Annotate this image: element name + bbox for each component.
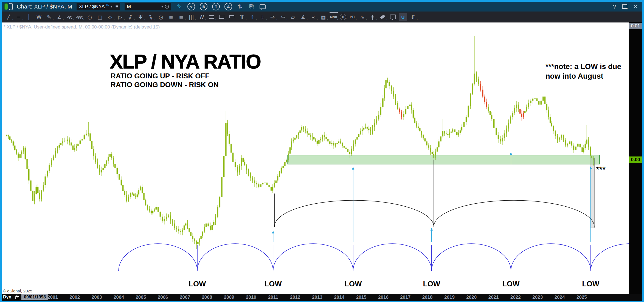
tool-double-ray-icon[interactable]: ≪ [65, 13, 74, 21]
tool-dropdown-icon[interactable]: ▾ [83, 18, 84, 20]
tool-text-tool-icon[interactable]: T [238, 13, 246, 21]
tool-dropdown-icon[interactable]: ▾ [386, 18, 387, 20]
transfer-symbols-icon[interactable]: ⇅ [237, 3, 243, 10]
tool-pitchfork-icon[interactable]: Ψ [136, 13, 145, 21]
tool-dropdown-icon[interactable]: ▾ [205, 18, 206, 20]
tool-arrow-right-marker-icon[interactable]: ⇨ [268, 13, 277, 21]
tool-trend-line-icon[interactable]: ╱ [4, 13, 13, 21]
support-zone[interactable] [288, 155, 600, 164]
text-tool-circled-icon[interactable]: T [212, 3, 220, 10]
tool-tj-study-icon[interactable]: TJ [340, 14, 346, 20]
tool-box-plain-icon[interactable] [228, 13, 236, 21]
annotation-circled-icon[interactable]: A [224, 3, 232, 10]
tool-gann-fan-icon[interactable]: ∡ [299, 13, 307, 21]
tool-left-ray-fan-icon[interactable]: « [309, 13, 317, 21]
start-date-field[interactable]: 09/01/1998 [21, 294, 48, 300]
tool-dropdown-icon[interactable]: ▾ [407, 18, 408, 20]
tool-box-top-line-icon[interactable] [207, 13, 216, 21]
tool-box-bottom-line-icon[interactable] [218, 13, 226, 21]
lock-icon[interactable] [15, 294, 19, 301]
clock-icon[interactable] [165, 4, 169, 9]
chart-plot-area[interactable]: LOWLOWLOWLOWLOWLOWXLP / NYA RATIORATIO G… [2, 22, 629, 294]
tool-parallel-channel-icon[interactable]: ∥ [145, 12, 156, 22]
tool-dropdown-icon[interactable]: ▾ [73, 18, 74, 20]
tool-fib-time-zones-icon[interactable]: ||| [187, 13, 195, 21]
duplicate-page-icon[interactable]: ⎘ [248, 3, 255, 10]
tool-dropdown-icon[interactable]: ▾ [417, 18, 418, 20]
tool-dropdown-icon[interactable]: ▾ [337, 18, 338, 21]
tool-dropdown-icon[interactable]: ▾ [22, 18, 23, 20]
tool-bar-edit-icon[interactable]: ⇵ [409, 13, 417, 21]
tool-zigzag-line-icon[interactable]: W [35, 13, 43, 21]
tool-dropdown-icon[interactable]: ▾ [93, 18, 94, 20]
tool-dropdown-icon[interactable]: ▾ [346, 17, 347, 19]
tool-fib-levels-icon[interactable]: ≡ [177, 13, 185, 21]
price-axis[interactable]: 0.01 0.00 [629, 22, 642, 294]
tool-dropdown-icon[interactable]: ▾ [356, 18, 357, 20]
tool-dropdown-icon[interactable]: ▾ [215, 18, 216, 20]
tool-dropdown-icon[interactable]: ▾ [327, 18, 328, 20]
tool-dropdown-icon[interactable]: ▾ [195, 18, 196, 20]
tool-arrow-left-marker-icon[interactable]: ⇦ [279, 13, 287, 21]
dyn-mode-label[interactable]: Dyn [3, 295, 11, 300]
tool-ellipse-icon[interactable]: ○ [86, 13, 94, 21]
tool-dropdown-icon[interactable]: ▾ [12, 18, 13, 20]
tool-horizontal-line-icon[interactable]: ─ [15, 13, 23, 21]
tool-pti-study-icon[interactable]: PTI [348, 13, 356, 21]
tool-concentric-circles-icon[interactable]: ◎ [157, 13, 165, 21]
tool-elliott-wave-icon[interactable]: ∿ [358, 13, 367, 21]
bar-style-circled-icon[interactable]: B [200, 3, 207, 10]
tool-dropdown-icon[interactable]: ▾ [53, 18, 54, 20]
tool-vertical-line-icon[interactable]: │ [25, 13, 33, 21]
tool-dropdown-icon[interactable]: ▾ [185, 18, 186, 20]
tool-dropdown-icon[interactable]: ▾ [306, 18, 308, 20]
tool-trend-label-icon[interactable]: N [197, 13, 206, 21]
close-button[interactable]: ✕ [633, 3, 638, 10]
tool-dropdown-icon[interactable]: ▾ [225, 18, 226, 20]
draw-pencil-icon[interactable]: ✎ [176, 3, 183, 10]
tool-dropdown-icon[interactable]: ▾ [144, 18, 145, 20]
tool-dropdown-icon[interactable]: ▾ [164, 18, 165, 20]
tool-dropdown-icon[interactable]: ▾ [103, 18, 105, 20]
tool-dropdown-icon[interactable]: ▾ [114, 18, 115, 20]
interval-select[interactable]: M ▾ [125, 3, 171, 10]
black-cycle-arcs[interactable] [274, 200, 594, 227]
tool-price-levels-icon[interactable]: ǂ [369, 13, 377, 21]
tool-dropdown-icon[interactable]: ▾ [32, 18, 33, 20]
tool-dropdown-icon[interactable]: ▾ [266, 18, 267, 20]
time-axis[interactable]: Dyn 09/01/1998 2001200220032004200520062… [2, 294, 642, 301]
chevron-down-icon[interactable]: ▾ [111, 5, 112, 8]
line-chart-circled-icon[interactable]: ∿ [187, 3, 195, 10]
tool-mob-study-icon[interactable]: MOB [330, 12, 338, 21]
tool-dropdown-icon[interactable]: ▾ [256, 18, 257, 20]
tool-dropdown-icon[interactable]: ▾ [246, 18, 247, 20]
blue-cycle-arcs[interactable] [119, 244, 629, 271]
tool-fib-retracement-icon[interactable]: ≡ [167, 13, 175, 21]
tool-gann-grid-icon[interactable]: ▦ [319, 13, 327, 21]
tool-parallel-lines-icon[interactable]: ∥ [125, 12, 136, 22]
tool-freehand-pencil-icon[interactable]: ✎ [45, 13, 53, 21]
tool-eraser-icon[interactable] [379, 13, 387, 21]
ratio-candlestick-chart[interactable]: LOWLOWLOWLOWLOWLOWXLP / NYA RATIORATIO G… [2, 22, 629, 294]
chevron-down-icon[interactable]: ▾ [161, 5, 163, 8]
tool-rectangle-icon[interactable]: □ [96, 13, 104, 21]
restore-window-button[interactable] [622, 4, 627, 9]
tool-triangle-icon[interactable]: ▷ [116, 13, 124, 21]
tool-dropdown-icon[interactable]: ▾ [317, 18, 318, 20]
symbol-menu-icon[interactable]: ≡ [116, 4, 118, 9]
symbol-select[interactable]: XLP / $NYA 15 ▾ ≡ [77, 3, 120, 10]
tool-dropdown-icon[interactable]: ▾ [43, 18, 44, 20]
tool-parallelogram-icon[interactable]: ▱ [289, 13, 297, 21]
tool-magnet-snap-icon[interactable]: ∪ [399, 13, 407, 21]
tool-dropdown-icon[interactable]: ▾ [296, 18, 297, 20]
tool-dropdown-icon[interactable]: ▾ [396, 18, 398, 20]
comment-bubble-icon[interactable] [259, 3, 266, 10]
help-button[interactable]: ? [613, 4, 616, 10]
tool-arrow-down-marker-icon[interactable]: ⇩ [258, 13, 266, 21]
tool-dropdown-icon[interactable]: ▾ [63, 18, 64, 20]
tool-dropdown-icon[interactable]: ▾ [286, 18, 287, 20]
tool-ray-fan-icon[interactable]: ∠ [55, 13, 63, 21]
tool-arrow-up-marker-icon[interactable]: ⇧ [248, 13, 256, 21]
tool-multi-ray-fan-icon[interactable]: ⋘ [75, 13, 84, 21]
tool-dropdown-icon[interactable]: ▾ [124, 18, 125, 20]
